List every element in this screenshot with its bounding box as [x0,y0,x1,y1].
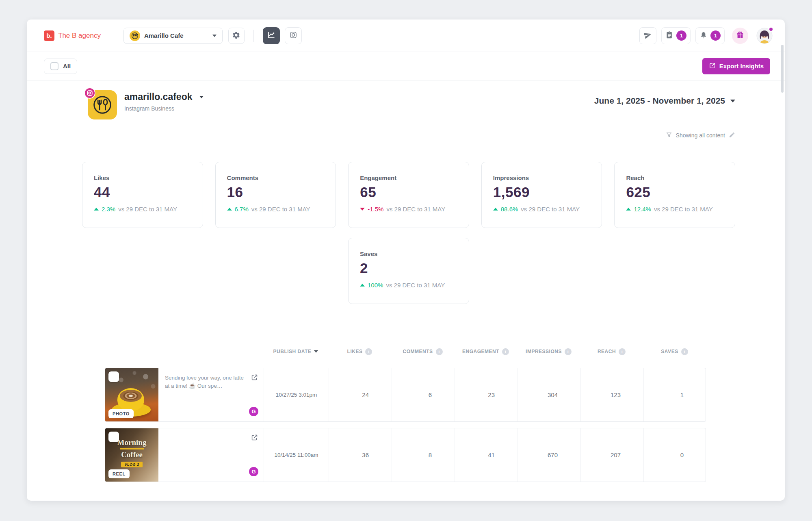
header-likes[interactable]: LIKES [328,343,391,360]
saves-cell: 1 [643,368,706,421]
row-checkbox[interactable] [108,432,119,442]
account-avatar [88,90,117,119]
row-checkbox[interactable] [108,371,119,382]
reel-vlog-badge: VLOG 2 [121,462,142,467]
tasks-button[interactable]: 1 [661,27,691,44]
metric-change: -1.5% [368,206,383,213]
edit-pencil-icon[interactable] [729,132,735,139]
gift-icon [736,31,744,41]
platform-badge-icon[interactable] [249,407,258,416]
trend-arrow-icon [227,208,232,211]
header-saves[interactable]: SAVES [643,343,706,360]
post-caption: Sending love your way, one latte at a ti… [165,374,246,391]
post-type-badge: PHOTO [108,409,134,418]
engagement-cell: 23 [455,368,518,421]
header-comments[interactable]: COMMENTS [391,343,454,360]
column-label: COMMENTS [403,349,433,354]
chevron-down-icon [212,35,217,37]
metric-compare: vs 29 DEC to 31 MAY [386,206,445,213]
metric-compare: vs 29 DEC to 31 MAY [521,206,580,213]
filter-label: Showing all content [676,132,725,139]
brand: b. The B agency [44,30,101,41]
instagram-tab-button[interactable] [285,27,302,44]
info-icon[interactable] [681,348,688,355]
chevron-down-icon [730,100,735,102]
rewards-button[interactable] [732,28,748,44]
share-button[interactable] [639,27,656,44]
export-insights-button[interactable]: Export Insights [702,58,770,74]
bell-icon [699,31,708,40]
metric-card-reach: Reach 625 12.4%vs 29 DEC to 31 MAY [614,162,735,228]
info-icon[interactable] [619,348,626,355]
workspace-selector[interactable]: Amarillo Cafe [123,28,223,44]
metric-change: 88.6% [501,206,518,213]
select-all-checkbox[interactable] [50,62,58,70]
saves-cell: 0 [643,428,706,482]
column-label: REACH [598,349,616,354]
trend-arrow-icon [493,208,498,211]
chevron-down-icon [199,96,204,98]
comments-cell: 8 [392,428,455,482]
vertical-scrollbar[interactable] [781,45,784,93]
info-icon[interactable] [565,348,572,355]
header-engagement[interactable]: ENGAGEMENT [454,343,517,360]
insights-tab-button[interactable] [263,27,280,44]
table-header: PUBLISH DATE LIKES COMMENTS ENGAGEMENT I… [105,343,706,360]
post-thumbnail[interactable]: Morning Coffee VLOG 2 REEL [105,428,158,482]
info-icon[interactable] [436,348,443,355]
metric-card-impressions: Impressions 1,569 88.6%vs 29 DEC to 31 M… [481,162,602,228]
external-link-icon[interactable] [251,434,258,443]
clipboard-icon [665,31,673,40]
brand-logo: b. [44,30,54,41]
metric-value: 2 [360,260,457,276]
tasks-count-badge: 1 [676,30,686,41]
metric-change: 2.3% [102,206,115,213]
trend-arrow-icon [360,208,365,211]
post-type-badge: REEL [108,469,130,478]
info-icon[interactable] [502,348,509,355]
column-label: ENGAGEMENT [462,349,499,354]
external-link-icon[interactable] [251,373,258,383]
post-thumbnail[interactable]: PHOTO [105,368,158,421]
export-insights-label: Export Insights [719,63,764,69]
status-dot [769,27,773,32]
section-divider [85,125,735,125]
date-range-selector[interactable]: June 1, 2025 - November 1, 2025 [594,90,735,106]
header-publish-date[interactable]: PUBLISH DATE [263,343,328,360]
publish-date-cell: 10/14/25 11:00am [264,428,329,482]
platform-badge-icon[interactable] [249,467,258,476]
trend-arrow-icon [360,284,365,287]
metric-change: 6.7% [235,206,249,213]
metric-label: Reach [626,174,723,181]
account-selector[interactable]: amarillo.cafeok [124,91,204,102]
app-window: b. The B agency Amarillo Cafe [27,20,785,501]
header-reach[interactable]: REACH [580,343,643,360]
post-cell: Morning Coffee VLOG 2 REEL [105,428,264,482]
impressions-cell: 670 [518,428,580,482]
metric-label: Likes [94,174,191,181]
reel-underline [120,448,144,449]
workspace-avatar-icon [130,30,140,41]
info-icon[interactable] [365,348,372,355]
reach-cell: 207 [580,428,643,482]
comments-cell: 6 [392,368,455,421]
paper-plane-icon [644,31,652,40]
date-range-label: June 1, 2025 - November 1, 2025 [594,96,725,106]
post-caption-area: Sending love your way, one latte at a ti… [158,368,264,421]
notifications-button[interactable]: 1 [695,27,725,44]
user-avatar[interactable] [756,28,773,44]
funnel-icon [666,132,672,139]
action-bar: All Export Insights [27,52,785,80]
select-all-chip[interactable]: All [44,59,77,74]
metric-compare: vs 29 DEC to 31 MAY [386,282,445,289]
content-filter: Showing all content [82,131,735,139]
account-info: amarillo.cafeok Instagram Business [124,90,204,112]
header-impressions[interactable]: IMPRESSIONS [517,343,580,360]
table-row: Morning Coffee VLOG 2 REEL [105,428,706,482]
reel-title: Morning [117,439,147,447]
main-content: amarillo.cafeok Instagram Business June … [27,80,785,501]
settings-button[interactable] [228,28,245,44]
reel-title: Coffee [121,451,143,459]
instagram-badge-icon [84,87,95,99]
metric-card-saves: Saves 2 100%vs 29 DEC to 31 MAY [348,238,469,304]
